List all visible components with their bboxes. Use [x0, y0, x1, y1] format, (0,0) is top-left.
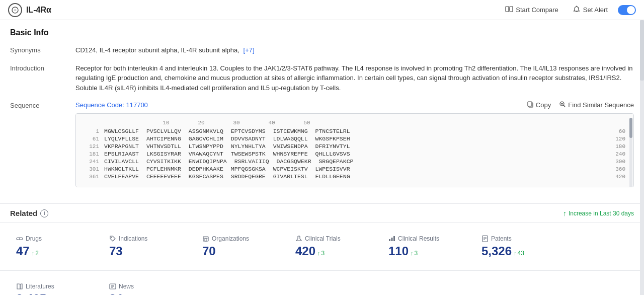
sequence-box: 10 20 30 40 50 1 MGWLCSGLLF PVSCLVLLQV A… [75, 113, 634, 187]
stat-number-4: 110 [388, 244, 409, 258]
stat-label-0: Drugs [16, 235, 97, 242]
sequence-rows: 1 MGWLCSGLLF PVSCLVLLQV ASSGNMKVLQ EPTCV… [84, 128, 625, 180]
synonyms-value: CD124, IL-4 receptor subunit alpha, IL-4… [75, 45, 634, 55]
header: IL-4Rα Start Compare Set Alert [0, 0, 644, 20]
start-compare-button[interactable]: Start Compare [501, 3, 562, 17]
seq-num-left-6: 361 [84, 174, 104, 180]
arrow-up-icon: ↑ [411, 250, 414, 256]
sequence-ruler: 10 20 30 40 50 [104, 120, 625, 126]
arrow-up-icon: ↑ [317, 250, 320, 256]
increase-label-text: Increase in Last 30 days [569, 210, 634, 217]
find-similar-label: Find Similar Sequence [568, 101, 634, 109]
svg-rect-1 [506, 7, 509, 12]
arrow-up-icon: ↑ [563, 209, 567, 217]
seq-num-right-5: 360 [605, 166, 625, 172]
page-scrollbar-thumb [640, 20, 644, 81]
stat-label-text-4: Clinical Results [398, 235, 439, 242]
svg-rect-5 [528, 102, 532, 106]
ruler-30: 30 [219, 120, 254, 126]
sequence-row-2: 121 VKPRAPGNLT VHTNVSDTLL LTWSNPYPPD NYL… [84, 143, 625, 150]
seq-num-right-6: 420 [605, 174, 625, 180]
sequence-scrollbar[interactable] [629, 118, 632, 187]
stat-value-2: 70 [202, 244, 283, 258]
stat-value-1: 73 [109, 244, 190, 258]
sequence-row: Sequence Sequence Code: 117700 Copy [10, 101, 634, 187]
seq-num-right-4: 300 [605, 159, 625, 165]
stat-label-5: Patents [481, 235, 562, 242]
seq-num-left-1: 61 [84, 136, 104, 142]
sequence-actions: Copy Find Similar Sequence [527, 101, 634, 109]
stat-number-1: 73 [109, 244, 123, 258]
related-info-icon[interactable]: i [40, 209, 48, 217]
sequence-scrollbar-thumb [629, 118, 632, 138]
sequence-row-0: 1 MGWLCSGLLF PVSCLVLLQV ASSGNMKVLQ EPTCV… [84, 128, 625, 134]
related-header: Related i ↑ Increase in Last 30 days [0, 203, 644, 223]
stat-item-news[interactable]: News 84 ↑12 [103, 279, 196, 295]
alert-toggle[interactable] [618, 5, 636, 15]
svg-rect-14 [205, 239, 207, 241]
introduction-row: Introduction Receptor for both interleuk… [10, 63, 634, 93]
stat-number-2: 70 [202, 244, 216, 258]
stat-value-0: 2,465 [16, 292, 97, 295]
stat-item-indications[interactable]: Indications 73 [103, 231, 196, 262]
stat-increase-3: ↑3 [317, 250, 325, 257]
stat-increase-4: ↑3 [411, 250, 418, 257]
seq-num-left-2: 121 [84, 143, 104, 150]
find-similar-icon [559, 101, 566, 109]
svg-line-7 [564, 105, 565, 107]
sequence-row-6: 361 CVELFEAPVE CEEEEEVEEE KGSFCASPES SRD… [84, 173, 625, 180]
stat-item-literatures[interactable]: Literatures 2,465 [10, 279, 103, 295]
svg-rect-2 [510, 7, 513, 12]
stat-label-1: Indications [109, 235, 190, 242]
set-alert-button[interactable]: Set Alert [569, 3, 612, 17]
stat-item-drugs[interactable]: Drugs 47 ↑2 [10, 231, 103, 262]
introduction-label: Introduction [10, 63, 75, 72]
page-scrollbar[interactable] [640, 20, 644, 295]
seq-chars-4: CIVILAVCLL CYVSITKIKK ENWIDQIPNPA RSRLVA… [104, 158, 605, 165]
stat-value-3: 420 ↑3 [295, 244, 376, 258]
page-title: IL-4Rα [26, 6, 51, 15]
sequence-row-5: 301 HWKNCLTKLL PCFLEHNMKR DEDPHKAAKE MPF… [84, 166, 625, 172]
stat-label-text-3: Clinical Trials [305, 235, 341, 242]
stats-grid: Drugs 47 ↑2 Indications 73 Organizations… [0, 223, 644, 271]
stat-increase-5: ↑43 [514, 250, 524, 257]
stat-item-clinical-results[interactable]: Clinical Results 110 ↑3 [382, 231, 475, 262]
stat-label-text-1: News [119, 283, 134, 290]
ruler-10: 10 [148, 120, 184, 126]
sequence-label: Sequence [10, 101, 75, 109]
stat-item-clinical-trials[interactable]: Clinical Trials 420 ↑3 [289, 231, 382, 262]
stat-item-patents[interactable]: Patents 5,326 ↑43 [475, 231, 569, 262]
copy-icon [527, 101, 534, 109]
stats-grid2: Literatures 2,465 News 84 ↑12 [0, 271, 644, 295]
stat-label-text-0: Drugs [26, 235, 42, 242]
stat-label-text-1: Indications [119, 235, 147, 242]
stat-value-1: 84 ↑12 [109, 292, 190, 295]
seq-num-right-0: 60 [605, 128, 625, 134]
logo-circle [8, 3, 22, 17]
sequence-content: Sequence Code: 117700 Copy [75, 101, 634, 187]
ruler-40: 40 [254, 120, 289, 126]
stat-label-0: Literatures [16, 283, 97, 290]
stat-label-4: Clinical Results [388, 235, 469, 242]
sequence-row-4: 241 CIVILAVCLL CYVSITKIKK ENWIDQIPNPA RS… [84, 158, 625, 165]
sequence-code-link[interactable]: Sequence Code: 117700 [75, 101, 148, 109]
sequence-row-1: 61 LYQLVFLLSE AHTCIPENNG GAGCVCHLIM DDVV… [84, 135, 625, 142]
seq-chars-3: EPSLRIAAST LKSGISYRAR VRAWAQCYNT TWSEWSP… [104, 151, 605, 157]
chart-icon [388, 235, 395, 242]
doc-icon [481, 235, 489, 242]
copy-button[interactable]: Copy [527, 101, 551, 109]
find-similar-button[interactable]: Find Similar Sequence [559, 101, 634, 109]
stat-item-organizations[interactable]: Organizations 70 [196, 231, 289, 262]
synonyms-row: Synonyms CD124, IL-4 receptor subunit al… [10, 45, 634, 55]
seq-chars-0: MGWLCSGLLF PVSCLVLLQV ASSGNMKVLQ EPTCVSD… [104, 128, 605, 134]
seq-num-left-5: 301 [84, 166, 104, 172]
arrow-up-icon: ↑ [32, 250, 35, 256]
seq-chars-2: VKPRAPGNLT VHTNVSDTLL LTWSNPYPPD NYLYNHL… [104, 143, 605, 150]
ruler-20: 20 [184, 120, 219, 126]
synonyms-text: CD124, IL-4 receptor subunit alpha, IL-4… [75, 46, 239, 54]
copy-label: Copy [536, 101, 551, 109]
seq-chars-1: LYQLVFLLSE AHTCIPENNG GAGCVCHLIM DDVVSAD… [104, 135, 605, 142]
seq-num-left-4: 241 [84, 159, 104, 165]
stat-label-2: Organizations [202, 235, 283, 242]
synonyms-more-link[interactable]: [+7] [244, 46, 255, 54]
